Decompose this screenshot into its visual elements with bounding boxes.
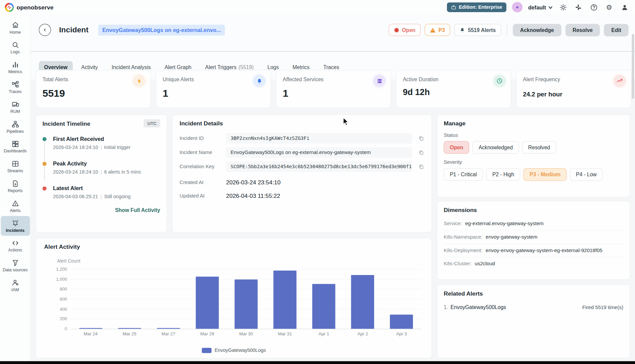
home-icon: [11, 21, 19, 29]
tab-count: (5519): [239, 64, 254, 70]
panel-title: Incident Timeline: [42, 121, 160, 127]
severity-option-p2[interactable]: P2 - High: [486, 168, 520, 181]
funnel-icon: [11, 259, 19, 267]
help-icon[interactable]: [589, 2, 599, 12]
copy-icon[interactable]: [412, 135, 424, 141]
status-option-resolved[interactable]: Resolved: [522, 141, 556, 154]
sidebar-item-logs[interactable]: Logs: [1, 38, 30, 58]
sidebar-item-home[interactable]: Home: [1, 18, 30, 38]
bar-Mar 31: [273, 270, 296, 329]
theme-toggle-sun-icon[interactable]: [558, 2, 568, 12]
y-axis-tick: 400: [38, 306, 67, 311]
bar-Mar 29: [196, 276, 219, 329]
settings-gear-icon[interactable]: ⚙: [604, 2, 614, 12]
y-axis-tick: 800: [38, 286, 67, 291]
panel-title: Incident Details: [180, 120, 424, 126]
sidebar-item-label: RUM: [10, 109, 20, 114]
sidebar-item-iam[interactable]: IAM: [1, 275, 30, 295]
updated-at-value: 2026-04-03 11:55:22: [226, 191, 280, 201]
detail-row-created-at: Created At 2026-03-24 23:54:10: [180, 178, 424, 187]
timeline-event: First Alert Received 2026-03-24 18:24:10…: [42, 136, 160, 150]
copy-icon[interactable]: [412, 163, 424, 170]
bar-Mar 24: [79, 328, 102, 329]
stat-value: 24.2 per hour: [523, 91, 625, 98]
sidebar-nav: Home Logs Metrics Traces RUM Pipelines D…: [0, 14, 31, 361]
sidebar-item-alerts[interactable]: Alerts: [1, 196, 30, 216]
sidebar-item-reports[interactable]: Reports: [1, 176, 30, 196]
severity-badge-p3: P3: [425, 24, 450, 36]
sidebar-item-rum[interactable]: RUM: [1, 97, 30, 117]
sidebar-item-incidents[interactable]: Incidents: [1, 216, 30, 236]
vertical-scrollbar[interactable]: [632, 34, 634, 99]
window-bottom-bar: [0, 361, 635, 364]
sidebar-item-traces[interactable]: Traces: [1, 77, 30, 97]
y-axis-label: Alert Count: [57, 259, 80, 263]
bar-Mar 30: [235, 279, 258, 329]
table-grid-icon: [11, 160, 19, 168]
sidebar-item-label: Incidents: [6, 228, 24, 233]
sidebar-item-metrics[interactable]: Metrics: [1, 57, 30, 77]
chart-title: Alert Activity: [44, 243, 424, 250]
status-options: Open Acknowledged Resolved: [444, 141, 623, 154]
status-option-open[interactable]: Open: [444, 141, 469, 154]
x-axis-tick: Apr 2: [343, 331, 382, 336]
bar-Apr 1: [312, 284, 335, 329]
copy-icon[interactable]: [412, 149, 424, 155]
x-axis-tick: Mar 25: [110, 331, 149, 336]
org-selected-value: default: [528, 4, 546, 10]
page-title: Incident: [59, 26, 88, 34]
user-profile-icon[interactable]: [619, 2, 629, 12]
acknowledge-button[interactable]: Acknowledge: [513, 24, 561, 36]
sidebar-item-data-sources[interactable]: Data sources: [1, 255, 30, 275]
status-option-acknowledged[interactable]: Acknowledged: [473, 141, 519, 154]
bar-Apr 3: [390, 315, 413, 329]
resolve-button[interactable]: Resolve: [565, 24, 600, 36]
devices-icon: [11, 100, 19, 108]
sidebar-item-actions[interactable]: Actions: [1, 236, 30, 256]
created-at-value: 2026-03-24 23:54:10: [226, 178, 281, 187]
severity-option-p4[interactable]: P4 - Low: [570, 168, 603, 181]
edit-button[interactable]: Edit: [604, 24, 629, 36]
lightning-icon: [133, 75, 145, 87]
x-axis-tick: Mar 30: [227, 331, 266, 336]
sidebar-item-pipelines[interactable]: Pipelines: [1, 117, 30, 137]
y-axis-tick: 0: [38, 326, 67, 331]
brand-logo[interactable]: openobserve: [5, 3, 53, 11]
sidebar-item-streams[interactable]: Streams: [1, 156, 30, 176]
sidebar-item-label: IAM: [11, 287, 19, 292]
brand-name: openobserve: [17, 4, 54, 10]
y-axis-tick: 200: [38, 316, 67, 321]
timeline-event: Peak Activity 2026-03-24 18:24:10|6 aler…: [42, 160, 160, 175]
back-button[interactable]: [39, 24, 51, 36]
timeline-event: Latest Alert 2026-04-03 06:25:21|Still o…: [42, 185, 160, 200]
severity-option-p1[interactable]: P1 - Critical: [444, 168, 483, 181]
bar-chart-plot: 02004006008001,0001,200Mar 24Mar 25Mar 2…: [71, 269, 421, 329]
legend-swatch[interactable]: [202, 347, 211, 353]
ai-assistant-icon[interactable]: [512, 2, 522, 12]
related-alert-row[interactable]: 1. EnvoyGateway500Logs Fired 5519 time(s…: [444, 304, 623, 310]
org-selector[interactable]: default: [528, 4, 552, 10]
warning-triangle-icon: [11, 199, 19, 207]
chart-legend: EnvoyGateway500Logs: [36, 347, 432, 353]
y-axis-tick: 600: [38, 297, 67, 301]
sidebar-item-label: Dashboards: [4, 149, 27, 153]
incident-name-link[interactable]: EnvoyGateway500Logs on eg-external.envo.…: [98, 25, 225, 35]
sidebar-item-label: Traces: [9, 89, 22, 94]
dimensions-panel: Dimensions Service: eg-external.envoy-ga…: [437, 201, 630, 280]
sidebar-item-label: Data sources: [3, 268, 28, 272]
sidebar-item-label: Alerts: [10, 208, 21, 213]
severity-label: Severity: [444, 159, 623, 165]
top-navbar: openobserve Edition: Enterprise default: [0, 0, 635, 14]
document-icon: [11, 179, 19, 187]
sidebar-item-dashboards[interactable]: Dashboards: [1, 137, 30, 157]
panel-title: Related Alerts: [444, 291, 623, 297]
show-full-activity-link[interactable]: Show Full Activity: [115, 207, 160, 213]
divider: [507, 24, 507, 36]
severity-option-p3[interactable]: P3 - Medium: [523, 168, 567, 181]
timeline-events: First Alert Received 2026-03-24 18:24:10…: [42, 136, 160, 199]
event-dot-icon: [42, 186, 47, 190]
app-window: openobserve Edition: Enterprise default: [0, 0, 635, 364]
slack-icon[interactable]: [574, 2, 583, 12]
stat-value: 1: [283, 87, 384, 99]
x-axis-tick: Mar 27: [149, 331, 188, 336]
